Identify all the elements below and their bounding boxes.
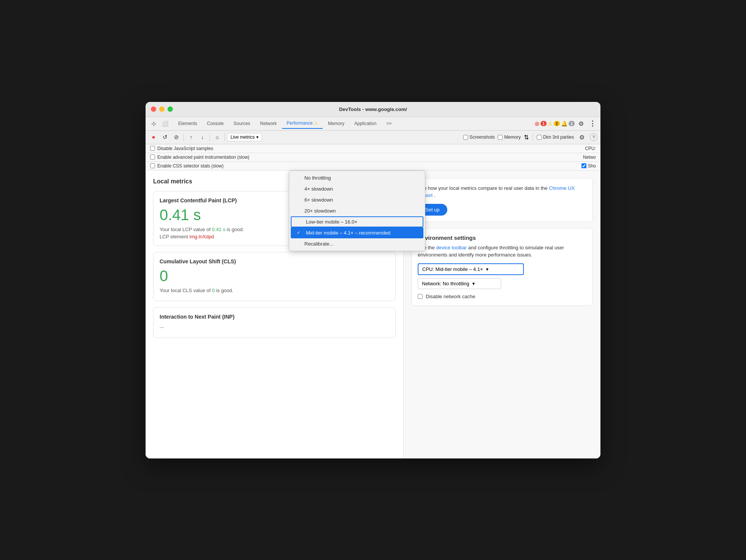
device-icon[interactable]: ⬜ [160,119,170,128]
device-toolbar-link[interactable]: device toolbar [436,245,467,250]
throttle-icon: ⇅ [524,134,529,141]
toolbar-settings-button[interactable]: ⚙ [577,132,587,142]
cpu-dropdown-menu[interactable]: No throttling 4× slowdown 6× slowdown 20… [289,171,425,251]
ux-report-text: See how your local metrics compare to re… [418,185,586,199]
screenshots-label: Screenshots [470,135,495,140]
memory-label: Memory [504,135,520,140]
tab-application[interactable]: Application [349,119,381,128]
tab-more[interactable]: >> [382,119,396,128]
dropdown-option-20x: 20× slowdown [304,208,336,214]
checkmark-icon: ✓ [297,230,303,235]
minimize-button[interactable] [159,106,165,112]
ux-report-card: See how your local metrics compare to re… [411,178,593,222]
dropdown-item-4x[interactable]: 4× slowdown [289,183,425,194]
enable-paint-label: Enable advanced paint instrumentation (s… [157,155,249,160]
memory-checkbox[interactable]: Memory [498,135,520,140]
cls-value: 0 [160,267,389,285]
right-panel: See how your local metrics compare to re… [403,171,600,458]
disable-cache-checkbox[interactable] [418,294,423,299]
tab-sources[interactable]: Sources [229,119,255,128]
dropdown-option-mid-tier: Mid-tier mobile – 4.1× – recommended [306,230,390,236]
enable-css-label: Enable CSS selector stats (slow) [157,163,224,169]
inspect-icon[interactable]: ⊹ [149,119,158,128]
cls-card: Cumulative Layout Shift (CLS) 0 Your loc… [153,252,396,301]
dropdown-item-mid-tier[interactable]: ✓ Mid-tier mobile – 4.1× – recommended [291,227,423,238]
close-button[interactable] [151,106,156,112]
dropdown-item-20x[interactable]: 20× slowdown [289,205,425,216]
network-select-text: Network: No throttling [422,281,469,286]
show-checkbox[interactable] [581,163,586,168]
live-metrics-label: Live metrics [230,135,255,140]
tab-network[interactable]: Network [255,119,281,128]
warning-badge: 2 [554,121,560,126]
env-title: Environment settings [418,235,586,241]
separator-1 [183,133,184,141]
more-options-button[interactable]: ⋮ [588,119,597,128]
traffic-lights [151,106,173,112]
home-button[interactable]: ⌂ [212,132,222,142]
cpu-label: CPU: [585,146,596,151]
cls-title: Cumulative Layout Shift (CLS) [160,258,389,264]
reload-button[interactable]: ↺ [160,132,170,142]
dropdown-option-no-throttling: No throttling [304,175,331,181]
inp-value: – [160,323,389,332]
clear-button[interactable]: ⊘ [171,132,181,142]
cls-desc: Your local CLS value of 0 is good. [160,288,389,293]
dropdown-option-6x: 6× slowdown [304,197,333,203]
separator-2 [210,133,210,141]
dropdown-item-recalibrate[interactable]: Recalibrate... [289,238,425,249]
dropdown-item-no-throttling[interactable]: No throttling [289,172,425,183]
dropdown-option-low-tier: Low-tier mobile – 16.0× [306,219,357,225]
disable-js-samples-checkbox[interactable]: Disable JavaScript samples [150,146,213,151]
dropdown-option-4x: 4× slowdown [304,186,333,192]
tab-console[interactable]: Console [202,119,228,128]
cpu-select[interactable]: CPU: Mid-tier mobile – 4.1× ▾ [418,263,524,275]
window-title: DevTools - www.google.com/ [339,106,407,112]
network-label-abbr: Netwo [583,155,596,160]
lcp-element-name: img.lnXdpd [190,234,214,239]
dropdown-item-low-tier[interactable]: Low-tier mobile – 16.0× [291,216,423,227]
upload-button[interactable]: ↑ [186,132,196,142]
help-button[interactable]: ? [590,133,597,141]
disable-js-samples-label: Disable JavaScript samples [157,146,213,151]
dropdown-arrow-icon: ▾ [256,135,259,140]
tab-bar: ⊹ ⬜ Elements Console Sources Network Per… [146,117,600,131]
titlebar: DevTools - www.google.com/ [146,102,600,117]
settings-row-3: Enable CSS selector stats (slow) Sho [146,162,600,171]
tab-performance[interactable]: Performance ⚠ [282,118,323,129]
settings-row-1: Disable JavaScript samples CPU: [146,144,600,153]
tab-memory[interactable]: Memory [323,119,349,128]
separator-3 [224,133,225,141]
devtools-window: DevTools - www.google.com/ ⊹ ⬜ Elements … [146,102,600,458]
dropdown-item-6x[interactable]: 6× slowdown [289,194,425,205]
disable-cache-text: Disable network cache [426,294,475,299]
env-settings-card: Environment settings Use the device tool… [411,228,593,306]
separator-4 [533,133,533,141]
dim3rd-checkbox[interactable]: Dim 3rd parties [537,135,574,140]
tab-elements[interactable]: Elements [174,119,202,128]
screenshots-checkbox[interactable]: Screenshots [463,135,495,140]
record-button[interactable]: ● [149,132,158,142]
download-button[interactable]: ↓ [197,132,207,142]
main-content: Local metrics Largest Contentful Paint (… [146,171,600,458]
live-metrics-select[interactable]: Live metrics ▾ [227,133,262,141]
disable-cache-label[interactable]: Disable network cache [418,294,586,299]
error-badge: 1 [541,121,547,126]
cpu-dropdown-icon: ▾ [486,266,489,272]
devtools-settings-button[interactable]: ⚙ [576,119,586,128]
badge-group: ⊗ 1 ⚠ 2 🔔 1 [534,120,575,127]
inp-card: Interaction to Next Paint (INP) – [153,307,396,338]
network-select[interactable]: Network: No throttling ▾ [418,278,501,289]
dim3rd-label: Dim 3rd parties [543,135,574,140]
inp-title: Interaction to Next Paint (INP) [160,314,389,320]
enable-css-checkbox[interactable]: Enable CSS selector stats (slow) [150,163,224,169]
maximize-button[interactable] [168,106,173,112]
lcp-desc-value: 0.41 s [212,227,225,232]
toolbar-right: Screenshots Memory ⇅ Dim 3rd parties ⚙ ? [463,132,597,142]
cls-desc-value: 0 [212,288,215,293]
cpu-select-text: CPU: Mid-tier mobile – 4.1× [422,266,483,272]
enable-paint-checkbox[interactable]: Enable advanced paint instrumentation (s… [150,155,249,160]
show-label: Sho [588,163,596,169]
info-badge: 1 [569,121,575,126]
env-desc: Use the device toolbar and configure thr… [418,244,586,259]
